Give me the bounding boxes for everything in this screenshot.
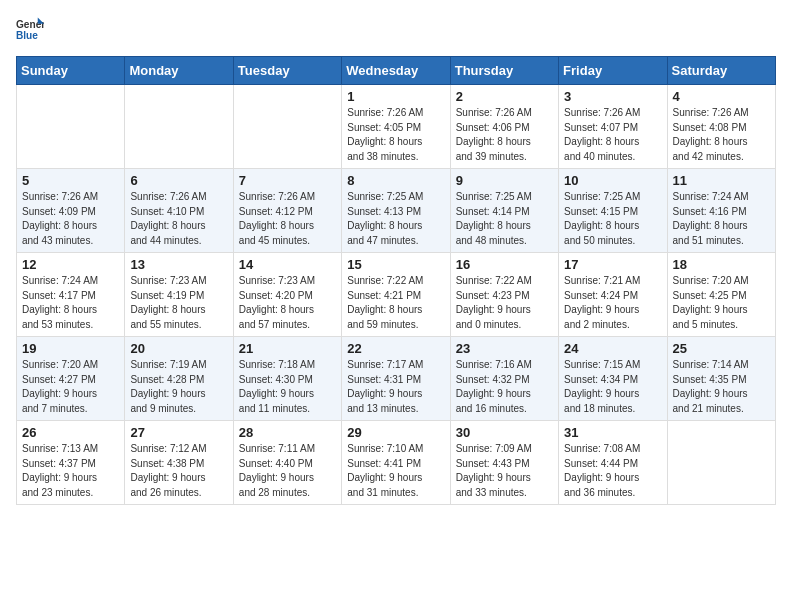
day-number: 4 (673, 89, 770, 104)
day-detail: Sunrise: 7:17 AM Sunset: 4:31 PM Dayligh… (347, 358, 444, 416)
page-header: General Blue (16, 16, 776, 44)
calendar-cell: 24Sunrise: 7:15 AM Sunset: 4:34 PM Dayli… (559, 337, 667, 421)
day-detail: Sunrise: 7:20 AM Sunset: 4:27 PM Dayligh… (22, 358, 119, 416)
day-detail: Sunrise: 7:11 AM Sunset: 4:40 PM Dayligh… (239, 442, 336, 500)
calendar-cell: 3Sunrise: 7:26 AM Sunset: 4:07 PM Daylig… (559, 85, 667, 169)
calendar-cell: 31Sunrise: 7:08 AM Sunset: 4:44 PM Dayli… (559, 421, 667, 505)
week-row-1: 1Sunrise: 7:26 AM Sunset: 4:05 PM Daylig… (17, 85, 776, 169)
calendar-cell: 8Sunrise: 7:25 AM Sunset: 4:13 PM Daylig… (342, 169, 450, 253)
day-detail: Sunrise: 7:25 AM Sunset: 4:15 PM Dayligh… (564, 190, 661, 248)
day-detail: Sunrise: 7:20 AM Sunset: 4:25 PM Dayligh… (673, 274, 770, 332)
calendar-cell: 6Sunrise: 7:26 AM Sunset: 4:10 PM Daylig… (125, 169, 233, 253)
day-detail: Sunrise: 7:14 AM Sunset: 4:35 PM Dayligh… (673, 358, 770, 416)
calendar-cell: 27Sunrise: 7:12 AM Sunset: 4:38 PM Dayli… (125, 421, 233, 505)
day-detail: Sunrise: 7:23 AM Sunset: 4:19 PM Dayligh… (130, 274, 227, 332)
week-row-2: 5Sunrise: 7:26 AM Sunset: 4:09 PM Daylig… (17, 169, 776, 253)
day-number: 16 (456, 257, 553, 272)
calendar-cell: 20Sunrise: 7:19 AM Sunset: 4:28 PM Dayli… (125, 337, 233, 421)
day-number: 11 (673, 173, 770, 188)
day-number: 9 (456, 173, 553, 188)
calendar-cell: 28Sunrise: 7:11 AM Sunset: 4:40 PM Dayli… (233, 421, 341, 505)
day-detail: Sunrise: 7:24 AM Sunset: 4:17 PM Dayligh… (22, 274, 119, 332)
day-detail: Sunrise: 7:12 AM Sunset: 4:38 PM Dayligh… (130, 442, 227, 500)
day-detail: Sunrise: 7:26 AM Sunset: 4:05 PM Dayligh… (347, 106, 444, 164)
calendar-cell: 16Sunrise: 7:22 AM Sunset: 4:23 PM Dayli… (450, 253, 558, 337)
day-number: 21 (239, 341, 336, 356)
calendar-cell (667, 421, 775, 505)
calendar-cell: 15Sunrise: 7:22 AM Sunset: 4:21 PM Dayli… (342, 253, 450, 337)
day-detail: Sunrise: 7:13 AM Sunset: 4:37 PM Dayligh… (22, 442, 119, 500)
day-detail: Sunrise: 7:25 AM Sunset: 4:13 PM Dayligh… (347, 190, 444, 248)
calendar-cell: 11Sunrise: 7:24 AM Sunset: 4:16 PM Dayli… (667, 169, 775, 253)
calendar-cell: 1Sunrise: 7:26 AM Sunset: 4:05 PM Daylig… (342, 85, 450, 169)
calendar-cell: 5Sunrise: 7:26 AM Sunset: 4:09 PM Daylig… (17, 169, 125, 253)
calendar-cell: 25Sunrise: 7:14 AM Sunset: 4:35 PM Dayli… (667, 337, 775, 421)
day-detail: Sunrise: 7:23 AM Sunset: 4:20 PM Dayligh… (239, 274, 336, 332)
calendar-cell: 17Sunrise: 7:21 AM Sunset: 4:24 PM Dayli… (559, 253, 667, 337)
calendar-cell: 10Sunrise: 7:25 AM Sunset: 4:15 PM Dayli… (559, 169, 667, 253)
calendar-cell: 19Sunrise: 7:20 AM Sunset: 4:27 PM Dayli… (17, 337, 125, 421)
calendar-cell: 14Sunrise: 7:23 AM Sunset: 4:20 PM Dayli… (233, 253, 341, 337)
calendar-cell: 13Sunrise: 7:23 AM Sunset: 4:19 PM Dayli… (125, 253, 233, 337)
day-detail: Sunrise: 7:10 AM Sunset: 4:41 PM Dayligh… (347, 442, 444, 500)
day-number: 15 (347, 257, 444, 272)
day-number: 31 (564, 425, 661, 440)
day-detail: Sunrise: 7:21 AM Sunset: 4:24 PM Dayligh… (564, 274, 661, 332)
weekday-header-thursday: Thursday (450, 57, 558, 85)
calendar-cell: 18Sunrise: 7:20 AM Sunset: 4:25 PM Dayli… (667, 253, 775, 337)
day-number: 7 (239, 173, 336, 188)
day-number: 14 (239, 257, 336, 272)
day-detail: Sunrise: 7:25 AM Sunset: 4:14 PM Dayligh… (456, 190, 553, 248)
day-number: 29 (347, 425, 444, 440)
day-number: 18 (673, 257, 770, 272)
day-detail: Sunrise: 7:08 AM Sunset: 4:44 PM Dayligh… (564, 442, 661, 500)
calendar-cell (233, 85, 341, 169)
week-row-3: 12Sunrise: 7:24 AM Sunset: 4:17 PM Dayli… (17, 253, 776, 337)
calendar-cell: 26Sunrise: 7:13 AM Sunset: 4:37 PM Dayli… (17, 421, 125, 505)
day-number: 20 (130, 341, 227, 356)
weekday-header-wednesday: Wednesday (342, 57, 450, 85)
day-number: 19 (22, 341, 119, 356)
calendar-cell: 29Sunrise: 7:10 AM Sunset: 4:41 PM Dayli… (342, 421, 450, 505)
calendar-cell (17, 85, 125, 169)
weekday-header-sunday: Sunday (17, 57, 125, 85)
weekday-header-friday: Friday (559, 57, 667, 85)
weekday-header-monday: Monday (125, 57, 233, 85)
day-number: 22 (347, 341, 444, 356)
day-detail: Sunrise: 7:26 AM Sunset: 4:09 PM Dayligh… (22, 190, 119, 248)
day-number: 12 (22, 257, 119, 272)
day-detail: Sunrise: 7:26 AM Sunset: 4:08 PM Dayligh… (673, 106, 770, 164)
weekday-header-saturday: Saturday (667, 57, 775, 85)
calendar-cell: 23Sunrise: 7:16 AM Sunset: 4:32 PM Dayli… (450, 337, 558, 421)
logo-icon: General Blue (16, 16, 44, 44)
day-number: 6 (130, 173, 227, 188)
calendar-cell: 12Sunrise: 7:24 AM Sunset: 4:17 PM Dayli… (17, 253, 125, 337)
day-detail: Sunrise: 7:26 AM Sunset: 4:10 PM Dayligh… (130, 190, 227, 248)
calendar-cell: 21Sunrise: 7:18 AM Sunset: 4:30 PM Dayli… (233, 337, 341, 421)
day-number: 8 (347, 173, 444, 188)
calendar-cell: 22Sunrise: 7:17 AM Sunset: 4:31 PM Dayli… (342, 337, 450, 421)
day-detail: Sunrise: 7:24 AM Sunset: 4:16 PM Dayligh… (673, 190, 770, 248)
calendar-cell: 4Sunrise: 7:26 AM Sunset: 4:08 PM Daylig… (667, 85, 775, 169)
day-number: 17 (564, 257, 661, 272)
week-row-4: 19Sunrise: 7:20 AM Sunset: 4:27 PM Dayli… (17, 337, 776, 421)
day-number: 13 (130, 257, 227, 272)
day-number: 30 (456, 425, 553, 440)
svg-text:Blue: Blue (16, 30, 38, 41)
day-number: 2 (456, 89, 553, 104)
calendar-cell: 2Sunrise: 7:26 AM Sunset: 4:06 PM Daylig… (450, 85, 558, 169)
weekday-header-row: SundayMondayTuesdayWednesdayThursdayFrid… (17, 57, 776, 85)
day-detail: Sunrise: 7:15 AM Sunset: 4:34 PM Dayligh… (564, 358, 661, 416)
day-detail: Sunrise: 7:22 AM Sunset: 4:23 PM Dayligh… (456, 274, 553, 332)
day-detail: Sunrise: 7:19 AM Sunset: 4:28 PM Dayligh… (130, 358, 227, 416)
day-number: 28 (239, 425, 336, 440)
day-number: 24 (564, 341, 661, 356)
week-row-5: 26Sunrise: 7:13 AM Sunset: 4:37 PM Dayli… (17, 421, 776, 505)
day-detail: Sunrise: 7:22 AM Sunset: 4:21 PM Dayligh… (347, 274, 444, 332)
calendar-cell (125, 85, 233, 169)
day-number: 10 (564, 173, 661, 188)
calendar-cell: 7Sunrise: 7:26 AM Sunset: 4:12 PM Daylig… (233, 169, 341, 253)
calendar-cell: 30Sunrise: 7:09 AM Sunset: 4:43 PM Dayli… (450, 421, 558, 505)
day-number: 3 (564, 89, 661, 104)
day-detail: Sunrise: 7:26 AM Sunset: 4:07 PM Dayligh… (564, 106, 661, 164)
